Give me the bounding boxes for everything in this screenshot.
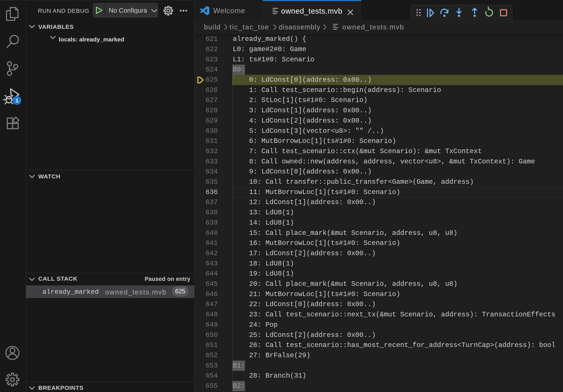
- svg-text:1: 1: [16, 97, 18, 104]
